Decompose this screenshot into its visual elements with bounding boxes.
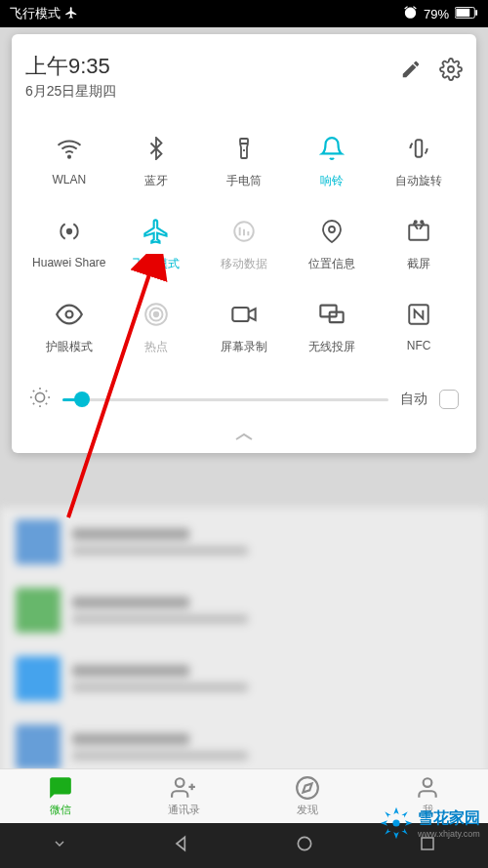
toggle-huawei-share[interactable]: Huawei Share	[25, 203, 113, 286]
svg-point-33	[176, 778, 184, 787]
auto-brightness-label: 自动	[400, 391, 427, 408]
toggle-label: 位置信息	[308, 256, 355, 272]
airplane-icon	[142, 217, 170, 246]
svg-rect-7	[416, 140, 423, 156]
quick-settings-panel: 上午9:35 6月25日星期四 WLAN 蓝牙 手电筒 响铃	[12, 34, 476, 453]
contacts-icon	[171, 776, 196, 800]
svg-point-41	[392, 819, 399, 826]
tab-label: 通讯录	[168, 803, 200, 817]
toggle-label: 移动数据	[221, 256, 267, 272]
svg-point-4	[68, 156, 70, 158]
hotspot-icon	[143, 300, 169, 329]
svg-line-26	[46, 403, 47, 404]
cast-icon	[318, 300, 346, 329]
toggle-cast[interactable]: 无线投屏	[288, 286, 376, 369]
toggle-label: 截屏	[407, 256, 430, 272]
gear-icon[interactable]	[439, 58, 463, 85]
nav-home-icon[interactable]	[295, 834, 314, 857]
tab-wechat[interactable]: 微信	[48, 776, 73, 817]
svg-rect-2	[475, 10, 477, 16]
svg-marker-37	[304, 783, 312, 792]
toggle-eye-comfort[interactable]: 护眼模式	[25, 286, 113, 369]
battery-text: 79%	[424, 7, 449, 21]
edit-icon[interactable]	[400, 59, 422, 84]
toggle-label: 护眼模式	[46, 339, 93, 355]
toggle-label: 飞行模式	[133, 256, 180, 272]
toggle-label: 屏幕录制	[221, 339, 267, 355]
svg-point-8	[67, 229, 71, 233]
discover-icon	[295, 776, 320, 800]
svg-point-39	[299, 837, 311, 849]
panel-time: 上午9:35	[25, 52, 116, 81]
svg-line-29	[33, 403, 34, 404]
rotate-icon	[406, 134, 431, 163]
toggle-flashlight[interactable]: 手电筒	[200, 120, 288, 203]
svg-rect-18	[232, 308, 248, 321]
bell-icon	[319, 134, 345, 163]
status-bar: 飞行模式 79%	[0, 0, 488, 27]
svg-rect-11	[409, 226, 428, 240]
nfc-icon	[406, 300, 431, 329]
airplane-icon	[64, 6, 78, 22]
tab-label: 微信	[50, 803, 71, 817]
data-icon	[231, 217, 257, 246]
toggle-screenshot[interactable]: 截屏	[375, 203, 463, 286]
brightness-icon	[29, 387, 51, 412]
watermark: 雪花家园 www.xhjaty.com	[379, 806, 480, 841]
svg-point-22	[35, 393, 44, 401]
svg-rect-19	[320, 306, 336, 317]
eye-icon	[56, 300, 83, 329]
toggle-label: Huawei Share	[32, 256, 105, 269]
toggle-wlan[interactable]: WLAN	[25, 120, 113, 203]
nav-back-icon[interactable]	[172, 834, 191, 857]
tab-contacts[interactable]: 通讯录	[168, 776, 200, 817]
location-icon	[320, 217, 344, 246]
brightness-slider-row: 自动	[25, 369, 463, 424]
toggle-label: 响铃	[320, 173, 344, 189]
tab-label: 发现	[297, 803, 318, 817]
share-icon	[57, 217, 82, 246]
snowflake-icon	[379, 806, 414, 841]
toggle-label: 蓝牙	[144, 173, 168, 189]
svg-point-10	[329, 227, 335, 232]
tab-discover[interactable]: 发现	[295, 776, 320, 817]
svg-rect-5	[240, 139, 248, 144]
toggle-label: NFC	[407, 339, 431, 352]
me-icon	[415, 776, 440, 800]
svg-line-30	[46, 391, 47, 392]
panel-handle[interactable]	[25, 424, 463, 453]
screenshot-icon	[406, 217, 431, 246]
toggle-label: 热点	[144, 339, 168, 355]
toggle-nfc[interactable]: NFC	[375, 286, 463, 369]
chat-icon	[48, 776, 73, 800]
toggle-airplane[interactable]: 飞行模式	[113, 203, 201, 286]
wifi-icon	[57, 134, 82, 163]
toggle-label: 无线投屏	[308, 339, 355, 355]
panel-date: 6月25日星期四	[25, 83, 116, 101]
toggle-label: 自动旋转	[395, 173, 442, 189]
toggle-hotspot[interactable]: 热点	[113, 286, 201, 369]
flashlight-icon	[232, 134, 256, 163]
toggle-screen-record[interactable]: 屏幕录制	[200, 286, 288, 369]
svg-point-13	[421, 221, 423, 223]
brightness-slider[interactable]	[62, 398, 388, 401]
svg-point-14	[65, 311, 72, 318]
alarm-icon	[403, 5, 418, 22]
airplane-mode-text: 飞行模式	[10, 5, 61, 22]
toggle-location[interactable]: 位置信息	[288, 203, 376, 286]
toggle-label: 手电筒	[226, 173, 262, 189]
watermark-url: www.xhjaty.com	[418, 829, 480, 839]
toggle-ring[interactable]: 响铃	[288, 120, 376, 203]
nav-hide-icon[interactable]	[52, 836, 67, 855]
svg-point-12	[415, 221, 417, 223]
svg-point-3	[448, 66, 454, 72]
bluetooth-icon	[144, 134, 168, 163]
svg-rect-1	[456, 8, 469, 16]
toggle-mobile-data[interactable]: 移动数据	[200, 203, 288, 286]
record-icon	[230, 300, 258, 329]
toggle-bluetooth[interactable]: 蓝牙	[113, 120, 201, 203]
svg-point-15	[154, 312, 158, 316]
auto-brightness-checkbox[interactable]	[439, 390, 459, 409]
toggle-rotate[interactable]: 自动旋转	[375, 120, 463, 203]
toggle-label: WLAN	[52, 173, 86, 186]
